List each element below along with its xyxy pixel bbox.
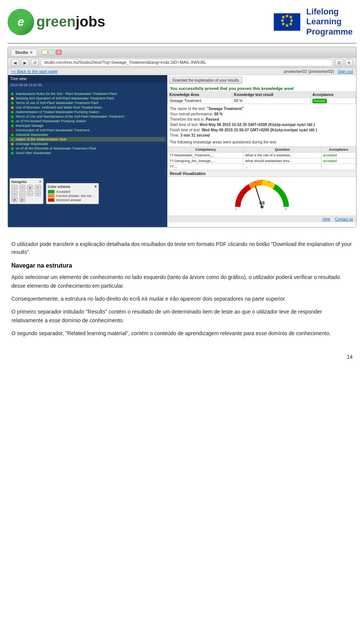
tree-node-6[interactable]: Terms of Use and Maintainance of the Soi… — [9, 114, 166, 119]
cs-item-correct: Correct answer, but not ... — [48, 194, 97, 198]
menu-button[interactable]: ☰ — [335, 59, 343, 66]
results-row-1: Sewage Treatment 68 % Passed — [168, 98, 356, 104]
browser-titlebar: Studio ✕ _ □ ✕ — [8, 47, 356, 58]
tree-node-8[interactable]: Municipal Sewage — [9, 123, 166, 128]
tree-node-11[interactable]: ntation of the Sedimentation Tank — [9, 137, 166, 142]
forward-button[interactable]: ▶ — [21, 59, 29, 66]
window-restore-btn[interactable]: □ — [49, 50, 55, 55]
contact-link[interactable]: Contact us — [335, 217, 353, 221]
tree-node-4[interactable]: Use of Biomass, Sediment and Water from … — [9, 105, 166, 110]
results-table: Knowledge Area Knowledge test result Acc… — [168, 91, 356, 104]
cs-color-incorrect — [48, 198, 55, 202]
tree-timestamp: 2015-05-06 15:52:35 — [8, 82, 167, 88]
cs-color-correct — [48, 194, 55, 198]
node-dot-12 — [11, 143, 14, 145]
node-dot-3 — [11, 102, 14, 104]
know-cell-acc-1: accepted — [321, 153, 356, 158]
svg-text:50: 50 — [268, 181, 270, 183]
nav-btn-next[interactable]: » — [35, 191, 41, 196]
svg-text:40: 40 — [260, 179, 263, 181]
tree-node-3[interactable]: Terms of use of Soil-Plant Wastewater Tr… — [9, 101, 166, 105]
sign-out-link[interactable]: Sign out — [338, 69, 353, 74]
nav-btn-5[interactable]: ⊟ — [19, 197, 25, 202]
know-row-2: TT-Designing_the_Sewage_... What should … — [168, 158, 356, 164]
tree-node-2[interactable]: Working and Operation of Soil-Plant Wast… — [9, 96, 166, 101]
svg-text:30: 30 — [253, 181, 256, 183]
tree-node-7[interactable]: on of Pre-treated Wastewater Pumping Sta… — [9, 119, 166, 123]
results-col-area: Knowledge Area — [168, 92, 232, 98]
tree-node-9[interactable]: Construction of Soil-Plant Wastewater Tr… — [9, 128, 166, 132]
section-heading: Navegar na estrutura — [11, 262, 353, 269]
svg-text:68: 68 — [259, 200, 264, 206]
color-scheme-box: Color scheme ✕ Accepted Correct answer, … — [46, 183, 99, 204]
user-area: proworker02 (proworker02) Sign out — [284, 69, 353, 74]
gauge-container: 68 0 10 20 30 40 50 60 70 80 — [168, 177, 356, 216]
header-separator — [8, 43, 356, 44]
color-scheme-close-icon[interactable]: ✕ — [94, 185, 97, 189]
window-minimize-btn[interactable]: _ — [41, 50, 47, 55]
help-link[interactable]: Help — [323, 217, 331, 221]
logo-jobs-text: jobs — [75, 14, 105, 30]
tree-node-1[interactable]: Maintanance Rules for the Soil - Plant W… — [9, 91, 166, 96]
studio-footer: Help Contact us — [168, 216, 356, 222]
studio-main-area: Tree view 2015-05-06 15:52:35 Maintananc… — [8, 75, 356, 227]
svg-text:20: 20 — [245, 185, 248, 187]
svg-text:60: 60 — [276, 185, 278, 187]
nav-box-title: Navigatio ✕ — [11, 180, 42, 184]
logo-green-text: green — [36, 14, 75, 30]
tab-close-icon[interactable]: ✕ — [30, 50, 33, 55]
navigation-box: Navigatio ✕ ⌂ ? ⊕ ≡ « ‹ › » ⊞ ⊟ — [9, 178, 44, 204]
cs-label-incorrect: Incorrect answer — [56, 198, 82, 202]
know-cell-q-1: What is the role of a wastewa... — [243, 153, 321, 158]
tree-node-10[interactable]: Industrial Wastewater — [9, 132, 166, 137]
download-btn[interactable]: Downlad the explanation of your results — [169, 77, 242, 84]
tree-node-5[interactable]: mplementation of Treated Wastewater Pump… — [9, 110, 166, 114]
nav-btn-3[interactable]: ≡ — [35, 185, 41, 190]
passed-badge: Passed — [312, 99, 327, 103]
node-dot-9 — [11, 129, 14, 132]
node-dot-7 — [11, 120, 14, 123]
nav-btn-4[interactable]: ⊞ — [11, 197, 17, 202]
results-col-acceptance: Acceptance — [311, 92, 356, 98]
know-cell-q-2: What should wastewater trea... — [243, 158, 321, 164]
refresh-button[interactable]: ↺ — [31, 59, 39, 66]
nav-btn-back[interactable]: ‹ — [19, 191, 25, 196]
back-to-start-link[interactable]: << Back to the start page — [11, 69, 58, 74]
result-details: The name of the test: "Sewage Treatment"… — [168, 106, 356, 139]
node-dot-14 — [11, 152, 14, 154]
detail-time: Time: 3 min 31 second — [170, 133, 354, 138]
lifelong-learning-text: Lifelong Learning Programme — [306, 7, 353, 37]
nav-btn-prev[interactable]: « — [11, 191, 17, 196]
node-dot-6 — [11, 115, 14, 118]
tree-node-13[interactable]: on of all the Elements of Wastewater Tre… — [9, 146, 166, 151]
tree-node-12[interactable]: Drainage Wastewater — [9, 142, 166, 146]
know-cell-acc-2: accepted — [321, 158, 356, 164]
window-close-btn[interactable]: ✕ — [56, 50, 62, 55]
window-controls: _ □ ✕ — [41, 50, 62, 55]
body-para-2: Consequentemente, a estrutura no lado di… — [11, 295, 353, 303]
nav-box-close-icon[interactable]: ✕ — [39, 180, 42, 184]
url-bar[interactable]: studio.corvinno.hu/Studio2/test/?cg=Sewa… — [41, 59, 333, 66]
know-row-1: TT-Wastewater_Treatment_... What is the … — [168, 153, 356, 158]
cs-color-accepted — [48, 190, 55, 194]
nav-btn-home[interactable]: ⌂ — [11, 185, 17, 190]
results-cell-area: Sewage Treatment — [168, 98, 232, 104]
tree-node-14[interactable]: Sand Filter Wastewater — [9, 151, 166, 155]
tab-bar: Studio ✕ — [11, 49, 37, 56]
know-col-competency: Competency — [168, 147, 243, 153]
browser-tab-studio[interactable]: Studio ✕ — [11, 49, 37, 56]
gauge-chart: 68 0 10 20 30 40 50 60 70 80 — [232, 179, 292, 213]
nav-btn-1[interactable]: ? — [19, 185, 25, 190]
search-button[interactable]: ✦ — [345, 59, 353, 66]
know-cell-comp-2: TT-Designing_the_Sewage_... — [168, 158, 243, 164]
node-dot-8 — [11, 125, 14, 127]
nav-btn-fwd[interactable]: › — [27, 191, 33, 196]
node-dot-2 — [11, 97, 14, 100]
body-para-3: O primeiro separador intitulado "Results… — [11, 307, 353, 325]
svg-text:80: 80 — [285, 208, 287, 210]
back-button[interactable]: ◀ — [11, 59, 19, 66]
logo-text: greenjobs — [36, 14, 105, 30]
nav-btn-2[interactable]: ⊕ — [27, 185, 33, 190]
detail-performance: Your overall performance: 68 % — [170, 112, 354, 117]
browser-controls: ◀ ▶ ↺ studio.corvinno.hu/Studio2/test/?c… — [8, 58, 356, 68]
